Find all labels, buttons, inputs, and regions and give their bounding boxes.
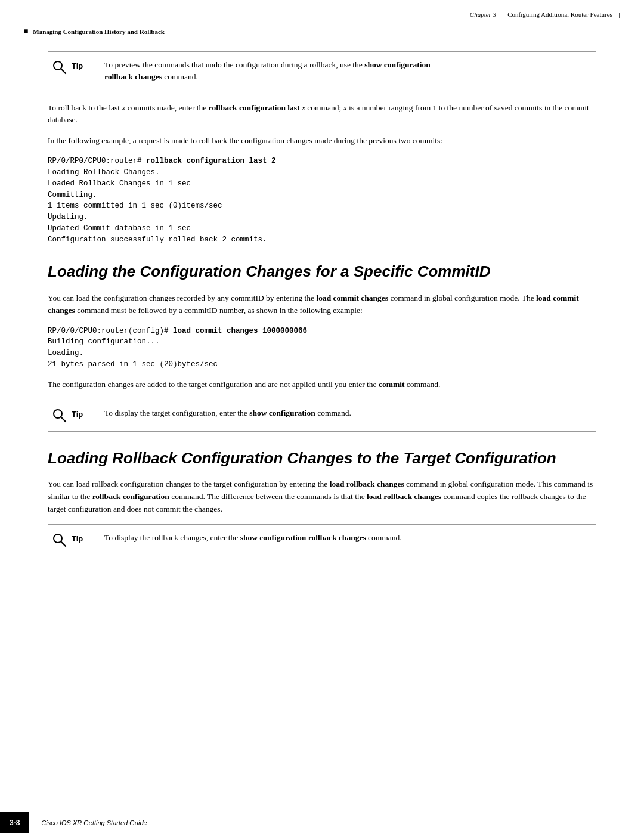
tip-block-2: Tip To display the target configuration,… [48,400,596,432]
para1-italic3: x [343,103,347,112]
section-heading-1: Loading the Configuration Changes for a … [48,262,596,281]
tip-magnifier-icon [51,59,68,76]
code1-output: Loading Rollback Changes. Loaded Rollbac… [48,168,267,244]
subheader-bullet: ■ [24,27,28,36]
para3-bold1: load commit changes [316,293,388,302]
page-subheader: ■ Managing Configuration History and Rol… [0,23,644,39]
tip2-after: command. [315,408,351,417]
tip-label-1: Tip [72,59,104,70]
page-footer: 3-8 Cisco IOS XR Getting Started Guide [0,812,644,833]
tip-label-2: Tip [72,407,104,419]
body-para-2: In the following example, a request is m… [48,135,596,147]
para1-bold1: rollback configuration last [209,103,300,112]
header-separator [496,11,503,18]
tip2-bold1: show configuration [249,408,315,417]
body-para-1: To roll back to the last x commits made,… [48,102,596,127]
tip-block-3: Tip To display the rollback changes, ent… [48,524,596,556]
tip1-after: command. [162,72,198,81]
code-block-1: RP/0/RP0/CPU0:router# rollback configura… [48,156,596,245]
code1-prompt: RP/0/RP0/CPU0:router# [48,157,146,165]
code1-command: rollback configuration last 2 [146,157,276,165]
para4-bold1: commit [379,380,404,389]
body-para-5: You can load rollback configuration chan… [48,478,596,516]
tip-content-2: To display the target configuration, ent… [104,407,596,419]
footer-page-number: 3-8 [0,812,29,833]
subheader-text: Managing Configuration History and Rollb… [33,28,165,35]
tip2-before: To display the target configuration, ent… [104,408,249,417]
body-para-4: The configuration changes are added to t… [48,379,596,391]
para1-italic2: x [302,103,305,112]
tip-label-3: Tip [72,532,104,543]
tip-icon-2 [48,407,72,424]
footer-book-title: Cisco IOS XR Getting Started Guide [29,812,147,833]
para5-bold3: load rollback changes [367,492,441,501]
tip3-before: To display the rollback changes, enter t… [104,533,240,542]
tip1-before: To preview the commands that undo the co… [104,60,364,69]
tip1-bold2: rollback changes [104,72,162,81]
para5-bold1: load rollback changes [330,479,404,488]
header-chapter: Chapter 3 [470,11,496,18]
tip-magnifier-icon-2 [51,407,68,424]
tip3-after: command. [366,533,402,542]
tip1-bold1: show configuration [364,60,431,69]
code2-output: Building configuration... Loading. 21 by… [48,337,218,368]
body-para-3: You can load the configuration changes r… [48,292,596,317]
svg-line-5 [61,541,66,546]
para5-bold2: rollback configuration [92,492,169,501]
tip-magnifier-icon-3 [51,532,68,549]
header-pipe: | [617,11,620,18]
page: Chapter 3 Configuring Additional Router … [0,0,644,833]
para3-bold2: load commit changes [48,293,579,315]
tip-block-1: Tip To preview the commands that undo th… [48,51,596,91]
tip-icon-1 [48,59,72,76]
code-block-2: RP/0/0/CPU0:router(config)# load commit … [48,326,596,370]
tip-content-1: To preview the commands that undo the co… [104,59,596,83]
header-title: Configuring Additional Router Features [507,11,612,18]
tip-content-3: To display the rollback changes, enter t… [104,532,596,544]
section-heading-2: Loading Rollback Configuration Changes t… [48,448,596,468]
tip-icon-3 [48,532,72,549]
tip3-bold1: show configuration rollback changes [240,533,366,542]
page-header: Chapter 3 Configuring Additional Router … [0,0,644,23]
svg-line-1 [61,69,66,74]
code2-command: load commit changes 1000000066 [173,327,307,335]
svg-line-3 [61,417,66,422]
main-content: Tip To preview the commands that undo th… [0,39,644,579]
code2-prompt: RP/0/0/CPU0:router(config)# [48,327,173,335]
para1-italic1: x [122,103,125,112]
